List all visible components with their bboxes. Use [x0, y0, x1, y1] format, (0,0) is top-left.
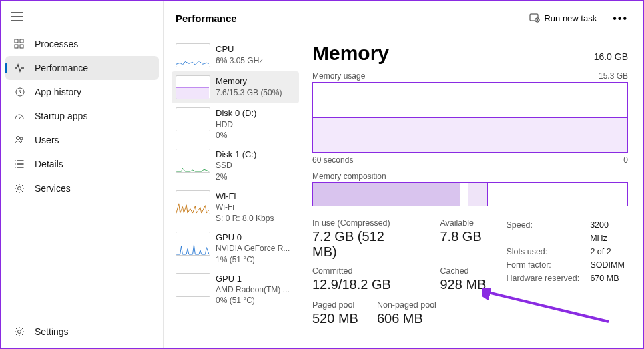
nav-label: Details	[35, 159, 63, 169]
header: Performance Run new task •••	[164, 1, 643, 35]
detail-title: Memory	[312, 42, 389, 65]
res-sub: HDD	[216, 119, 256, 130]
res-title: Memory	[216, 75, 282, 87]
composition-bar	[312, 182, 628, 206]
resource-disk0[interactable]: Disk 0 (D:)HDD0%	[172, 103, 299, 145]
resource-gpu1[interactable]: GPU 1AMD Radeon(TM) ...0% (51 °C)	[172, 269, 299, 310]
memory-usage-graph	[312, 82, 628, 153]
history-icon	[13, 87, 25, 97]
memory-detail: Memory 16.0 GB Memory usage 15.3 GB 60 s…	[302, 35, 643, 348]
res-sub2: 1% (51 °C)	[216, 254, 290, 265]
comp-standby	[468, 183, 488, 206]
nav-performance[interactable]: Performance	[5, 56, 159, 80]
svg-point-7	[18, 187, 21, 190]
svg-point-5	[17, 137, 20, 140]
res-sub2: 0% (51 °C)	[216, 295, 290, 306]
svg-rect-1	[20, 39, 23, 43]
nav-details[interactable]: Details	[5, 152, 159, 176]
nav-list: Processes Performance App history Startu…	[1, 29, 163, 316]
nav-startup-apps[interactable]: Startup apps	[5, 104, 159, 128]
resource-disk1[interactable]: Disk 1 (C:)SSD2%	[172, 145, 299, 186]
resource-gpu0[interactable]: GPU 0NVIDIA GeForce R...1% (51 °C)	[172, 228, 299, 269]
wifi-thumb	[176, 190, 210, 214]
nav-users[interactable]: Users	[5, 128, 159, 152]
res-sub: AMD Radeon(TM) ...	[216, 284, 290, 295]
comp-free	[488, 183, 627, 206]
composition-label: Memory composition	[312, 171, 628, 181]
content: Performance Run new task ••• CPU6% 3.05 …	[164, 1, 643, 348]
res-sub: SSD	[216, 160, 256, 171]
task-manager-window: Processes Performance App history Startu…	[1, 1, 643, 348]
comp-inuse	[313, 183, 460, 206]
hamburger-button[interactable]	[1, 4, 163, 29]
gauge-icon	[13, 111, 25, 121]
nav-label: Performance	[35, 63, 88, 73]
svg-rect-0	[15, 39, 18, 43]
gpu1-thumb	[176, 273, 210, 297]
svg-rect-2	[15, 45, 18, 48]
grid-icon	[13, 39, 25, 49]
disk0-thumb	[176, 107, 210, 131]
resource-wifi[interactable]: Wi-FiWi-FiS: 0 R: 8.0 Kbps	[172, 186, 299, 228]
spec-list: Speed:3200 MHz Slots used:2 of 2 Form fa…	[506, 218, 628, 292]
res-sub2: S: 0 R: 8.0 Kbps	[216, 213, 274, 224]
memory-thumb	[176, 75, 210, 99]
pulse-icon	[13, 63, 25, 73]
res-sub: Wi-Fi	[216, 202, 274, 212]
stat-committed: Committed 12.9/18.2 GB	[312, 266, 412, 292]
res-title: Disk 1 (C:)	[216, 149, 256, 161]
svg-rect-3	[20, 45, 23, 48]
nav-label: Users	[35, 135, 59, 145]
stat-nonpaged: Non-paged pool 606 MB	[377, 300, 436, 326]
nav-label: Startup apps	[35, 111, 87, 121]
nav-label: Processes	[35, 39, 78, 49]
nav-label: Services	[35, 183, 71, 194]
res-sub2: 0%	[216, 130, 256, 141]
stat-paged: Paged pool 520 MB	[312, 300, 358, 326]
usage-fill	[313, 117, 627, 152]
comp-modified	[460, 183, 468, 206]
nav-label: App history	[35, 87, 81, 97]
run-new-task-button[interactable]: Run new task	[523, 8, 603, 29]
res-sub: 7.6/15.3 GB (50%)	[216, 87, 282, 98]
nav-processes[interactable]: Processes	[5, 32, 159, 56]
res-title: Disk 0 (D:)	[216, 107, 256, 119]
users-icon	[13, 135, 25, 145]
res-sub2: 2%	[216, 171, 256, 182]
axis-right: 0	[623, 155, 628, 165]
run-task-icon	[529, 12, 540, 25]
run-task-label: Run new task	[544, 13, 597, 23]
resource-cpu[interactable]: CPU6% 3.05 GHz	[172, 39, 299, 71]
list-icon	[13, 159, 25, 169]
paged-row: Paged pool 520 MB Non-paged pool 606 MB	[312, 300, 628, 326]
disk1-thumb	[176, 149, 210, 173]
stat-inuse: In use (Compressed) 7.2 GB (512 MB)	[312, 218, 412, 260]
stats-grid: In use (Compressed) 7.2 GB (512 MB) Avai…	[312, 218, 486, 292]
res-sub: NVIDIA GeForce R...	[216, 243, 290, 254]
resource-memory[interactable]: Memory7.6/15.3 GB (50%)	[172, 71, 299, 103]
resource-list: CPU6% 3.05 GHz Memory7.6/15.3 GB (50%) D…	[164, 35, 302, 348]
res-title: GPU 0	[216, 232, 290, 244]
nav-app-history[interactable]: App history	[5, 80, 159, 104]
res-title: CPU	[216, 43, 263, 55]
settings-icon	[13, 326, 25, 337]
ellipsis-icon: •••	[613, 13, 628, 24]
nav-settings[interactable]: Settings	[5, 320, 159, 344]
gear-icon	[13, 183, 25, 194]
res-title: Wi-Fi	[216, 190, 274, 202]
usage-max: 15.3 GB	[599, 71, 628, 81]
svg-point-8	[18, 330, 21, 334]
svg-rect-11	[176, 87, 209, 99]
cpu-thumb	[176, 43, 210, 67]
res-title: GPU 1	[216, 273, 290, 285]
res-sub: 6% 3.05 GHz	[216, 55, 263, 66]
sidebar: Processes Performance App history Startu…	[1, 1, 164, 348]
nav-services[interactable]: Services	[5, 176, 159, 200]
more-button[interactable]: •••	[609, 10, 632, 27]
axis-left: 60 seconds	[312, 155, 353, 165]
stat-cached: Cached 928 MB	[440, 266, 486, 292]
hamburger-icon	[11, 12, 23, 21]
detail-total: 16.0 GB	[594, 51, 628, 62]
usage-label: Memory usage	[312, 71, 365, 81]
gpu0-thumb	[176, 232, 210, 256]
